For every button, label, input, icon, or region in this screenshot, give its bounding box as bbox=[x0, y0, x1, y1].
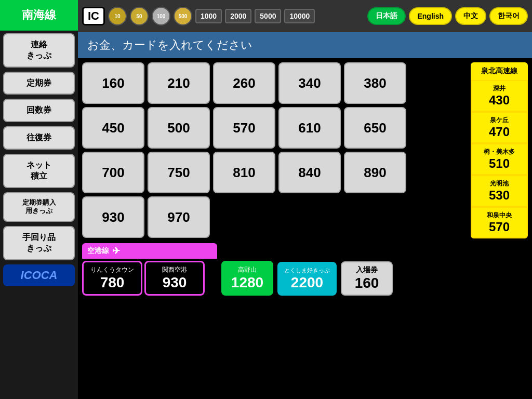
bill-10000-button[interactable]: 10000 bbox=[284, 9, 315, 23]
izumichuo-fare: 570 bbox=[474, 220, 525, 234]
fare-btn-450[interactable]: 450 bbox=[82, 107, 144, 149]
airport-label-text: 空港線 bbox=[87, 246, 109, 256]
semboku-fare-izumigaoka[interactable]: 泉ケ丘 470 bbox=[471, 112, 528, 143]
kansai-airport-fare: 930 bbox=[150, 274, 199, 291]
content-area: 160 210 260 340 380 450 500 570 610 650 … bbox=[78, 58, 532, 399]
fare-btn-admission[interactable]: 入場券 160 bbox=[341, 261, 393, 296]
fare-btn-340[interactable]: 340 bbox=[278, 62, 341, 104]
koyasan-station-name: 高野山 bbox=[228, 265, 267, 274]
semboku-header: 泉北高速線 bbox=[471, 62, 528, 80]
sidebar-btn-teiki[interactable]: 定期券 bbox=[3, 72, 75, 95]
coin-50-button[interactable]: 50 bbox=[130, 7, 149, 25]
language-buttons: 日本語 English 中文 한국어 bbox=[367, 7, 528, 25]
admission-label: 入場券 bbox=[347, 265, 387, 275]
kansai-airport-station-name: 関西空港 bbox=[150, 265, 199, 274]
tsuge-fare: 510 bbox=[474, 156, 525, 171]
coin-100-button[interactable]: 100 bbox=[152, 7, 170, 25]
komyoike-fare: 530 bbox=[474, 188, 525, 203]
airport-label: 空港線 ✈ bbox=[82, 243, 217, 259]
koyasan-fare: 1280 bbox=[228, 274, 267, 291]
bill-1000-button[interactable]: 1000 bbox=[195, 9, 222, 23]
fare-row-4: 930 970 bbox=[82, 196, 467, 238]
sidebar: 南海線 連絡きっぷ 定期券 回数券 往復券 ネット積立 定期券購入用きっぷ 手回… bbox=[0, 0, 78, 399]
fare-btn-500[interactable]: 500 bbox=[148, 107, 210, 149]
fukai-fare: 430 bbox=[474, 93, 525, 108]
fare-btn-610[interactable]: 610 bbox=[278, 107, 341, 149]
sidebar-btn-net[interactable]: ネット積立 bbox=[3, 154, 75, 188]
lang-ko-button[interactable]: 한국어 bbox=[489, 7, 528, 25]
fare-btn-650[interactable]: 650 bbox=[344, 107, 406, 149]
line-name: 南海線 bbox=[0, 0, 78, 31]
fare-btn-840[interactable]: 840 bbox=[278, 152, 341, 193]
fukai-station-name: 深井 bbox=[474, 84, 525, 93]
fare-btn-890[interactable]: 890 bbox=[344, 152, 406, 193]
fare-btn-750[interactable]: 750 bbox=[148, 152, 210, 193]
fare-btn-rinkuu[interactable]: りんくうタウン 780 bbox=[82, 261, 142, 296]
bottom-fares: 空港線 ✈ りんくうタウン 780 関西空港 930 bbox=[82, 243, 467, 298]
rinkuu-station-name: りんくうタウン bbox=[88, 265, 137, 274]
tsuge-station-name: 栂・美木多 bbox=[474, 148, 525, 156]
semboku-panel: 泉北高速線 深井 430 泉ケ丘 470 栂・美木多 510 光明池 530 和… bbox=[471, 62, 528, 395]
fare-btn-930[interactable]: 930 bbox=[82, 196, 144, 238]
izumigaoka-fare: 470 bbox=[474, 125, 525, 139]
sidebar-btn-oufuku[interactable]: 往復券 bbox=[3, 126, 75, 150]
rinkuu-fare: 780 bbox=[88, 274, 137, 291]
lang-en-button[interactable]: English bbox=[409, 7, 452, 25]
icoca-button[interactable]: ICOCA bbox=[3, 264, 75, 286]
lang-zh-button[interactable]: 中文 bbox=[455, 7, 486, 25]
tokushima-fare: 2200 bbox=[284, 274, 330, 291]
izumichuo-station-name: 和泉中央 bbox=[474, 211, 525, 220]
semboku-fare-izumichuo[interactable]: 和泉中央 570 bbox=[471, 207, 528, 238]
ic-badge: IC bbox=[82, 7, 105, 25]
fare-btn-kansai-airport[interactable]: 関西空港 930 bbox=[144, 261, 205, 296]
airport-section: 空港線 ✈ りんくうタウン 780 関西空港 930 bbox=[82, 243, 217, 296]
fare-row-1: 160 210 260 340 380 bbox=[82, 62, 467, 104]
bill-2000-button[interactable]: 2000 bbox=[225, 9, 251, 23]
coin-500-button[interactable]: 500 bbox=[174, 7, 192, 25]
tokushima-station-name: とくしま好きっぷ bbox=[284, 267, 330, 274]
fare-row-2: 450 500 570 610 650 bbox=[82, 107, 467, 149]
fare-btn-380[interactable]: 380 bbox=[344, 62, 406, 104]
izumigaoka-station-name: 泉ケ丘 bbox=[474, 116, 525, 125]
fare-btn-260[interactable]: 260 bbox=[213, 62, 275, 104]
coin-10-button[interactable]: 10 bbox=[108, 7, 127, 25]
fare-btn-570[interactable]: 570 bbox=[213, 107, 275, 149]
topbar: IC 10 50 100 500 1000 2000 5000 10000 日本… bbox=[78, 0, 532, 32]
sidebar-btn-temawari[interactable]: 手回り品きっぷ bbox=[3, 226, 75, 260]
fare-btn-700[interactable]: 700 bbox=[82, 152, 144, 193]
fare-btn-210[interactable]: 210 bbox=[148, 62, 210, 104]
fare-btn-tokushima[interactable]: とくしま好きっぷ 2200 bbox=[277, 262, 337, 296]
lang-ja-button[interactable]: 日本語 bbox=[367, 7, 406, 25]
fare-btn-810[interactable]: 810 bbox=[213, 152, 275, 193]
airport-fares: りんくうタウン 780 関西空港 930 bbox=[82, 261, 217, 296]
instruction-bar: お金、カードを入れてください bbox=[78, 32, 532, 58]
komyoike-station-name: 光明池 bbox=[474, 179, 525, 188]
fare-btn-160[interactable]: 160 bbox=[82, 62, 144, 104]
bill-5000-button[interactable]: 5000 bbox=[255, 9, 281, 23]
fare-grid-area: 160 210 260 340 380 450 500 570 610 650 … bbox=[82, 62, 467, 395]
semboku-fare-fukai[interactable]: 深井 430 bbox=[471, 80, 528, 112]
fare-row-3: 700 750 810 840 890 bbox=[82, 152, 467, 193]
plane-icon: ✈ bbox=[112, 245, 120, 257]
sidebar-btn-teiki-kounyuu[interactable]: 定期券購入用きっぷ bbox=[3, 192, 75, 222]
semboku-fare-tsuge[interactable]: 栂・美木多 510 bbox=[471, 143, 528, 175]
fare-btn-970[interactable]: 970 bbox=[148, 196, 210, 238]
sidebar-btn-kaisuu[interactable]: 回数券 bbox=[3, 99, 75, 122]
admission-fare: 160 bbox=[347, 275, 387, 291]
semboku-fare-komyoike[interactable]: 光明池 530 bbox=[471, 175, 528, 207]
sidebar-btn-renraku[interactable]: 連絡きっぷ bbox=[3, 33, 75, 68]
main-area: IC 10 50 100 500 1000 2000 5000 10000 日本… bbox=[78, 0, 532, 399]
fare-btn-koyasan[interactable]: 高野山 1280 bbox=[221, 261, 273, 296]
